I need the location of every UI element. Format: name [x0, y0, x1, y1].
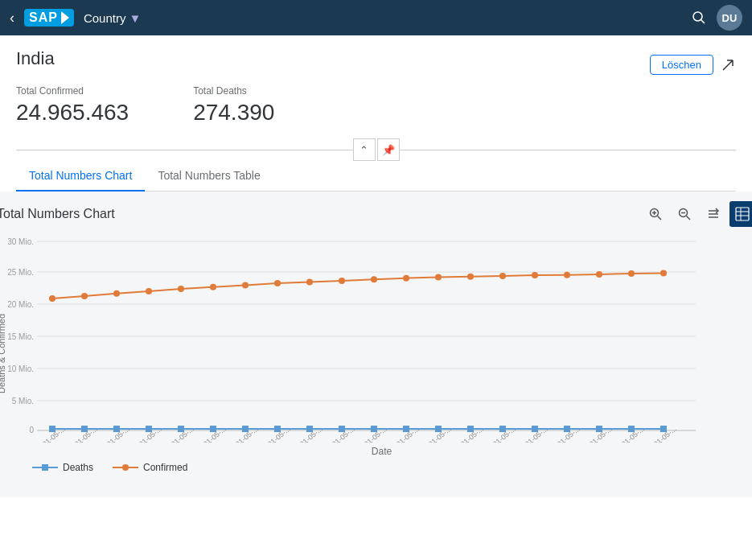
svg-point-34 — [178, 286, 184, 292]
back-button[interactable]: ‹ — [10, 10, 14, 27]
sap-logo: SAP — [24, 9, 74, 27]
svg-text:30 Mio.: 30 Mio. — [8, 237, 34, 246]
stats-section: Total Confirmed 24.965.463 Total Deaths … — [16, 85, 736, 126]
confirmed-label: Total Confirmed — [16, 85, 129, 97]
main-content: India Löschen Total Confirmed 24.965.463… — [0, 35, 752, 191]
export-button[interactable] — [720, 55, 736, 75]
svg-point-35 — [210, 284, 216, 290]
svg-point-38 — [306, 279, 313, 286]
confirmed-stat: Total Confirmed 24.965.463 — [16, 85, 129, 126]
svg-line-7 — [687, 216, 691, 220]
svg-point-49 — [660, 270, 667, 276]
sap-logo-triangle-icon — [61, 11, 69, 24]
legend-confirmed-label: Confirmed — [143, 462, 187, 473]
chart-section: Total Numbers Chart — [0, 191, 752, 497]
legend-deaths: Deaths — [32, 462, 93, 473]
svg-point-39 — [339, 278, 345, 284]
svg-point-32 — [113, 290, 120, 297]
svg-point-0 — [693, 12, 702, 21]
header-title-text: Country — [84, 11, 126, 25]
svg-text:0: 0 — [29, 426, 34, 434]
zoom-in-button[interactable] — [643, 201, 668, 227]
divider-section: ⌃ 📌 — [16, 138, 736, 161]
sap-logo-text: SAP — [29, 10, 58, 25]
svg-rect-91 — [42, 464, 48, 471]
svg-text:15 Mio.: 15 Mio. — [8, 332, 34, 341]
search-button[interactable] — [691, 10, 707, 26]
y-axis-label: Deaths & Confirmed — [0, 265, 6, 442]
svg-point-37 — [274, 280, 281, 286]
svg-point-48 — [628, 270, 635, 277]
svg-text:10 Mio.: 10 Mio. — [8, 364, 34, 373]
svg-line-1 — [701, 20, 705, 24]
chart-title: Total Numbers Chart — [0, 207, 643, 221]
deaths-label: Total Deaths — [193, 85, 274, 97]
svg-point-43 — [467, 274, 474, 280]
more-options-button[interactable] — [701, 201, 726, 227]
svg-point-46 — [564, 272, 570, 278]
zoom-out-button[interactable] — [672, 201, 697, 227]
svg-point-45 — [532, 272, 538, 278]
avatar-initials: DU — [717, 5, 742, 31]
confirmed-value: 24.965.463 — [16, 100, 129, 126]
chart-header: Total Numbers Chart — [0, 201, 752, 227]
svg-point-42 — [435, 274, 442, 281]
svg-line-3 — [658, 216, 662, 220]
svg-text:25 Mio.: 25 Mio. — [8, 268, 34, 277]
legend-deaths-label: Deaths — [63, 462, 93, 473]
loschen-button[interactable]: Löschen — [650, 55, 713, 75]
chart-legend: Deaths Confirmed — [8, 462, 752, 473]
collapse-button[interactable]: ⌃ — [353, 138, 376, 161]
header-title: Country ▼ — [84, 11, 141, 25]
svg-point-93 — [122, 464, 129, 471]
svg-point-47 — [596, 271, 602, 278]
app-header: ‹ SAP Country ▼ DU — [0, 0, 752, 35]
divider-left — [16, 150, 353, 150]
legend-confirmed: Confirmed — [113, 462, 187, 473]
divider-right — [400, 150, 737, 150]
table-view-button[interactable] — [729, 201, 752, 227]
pin-button[interactable]: 📌 — [377, 138, 400, 161]
x-axis-label: Date — [8, 446, 752, 457]
chart-actions — [643, 201, 752, 227]
deaths-stat: Total Deaths 274.390 — [193, 85, 274, 126]
user-avatar[interactable]: DU — [717, 5, 742, 31]
svg-point-30 — [49, 295, 55, 302]
deaths-value: 274.390 — [193, 100, 274, 126]
tab-total-numbers-chart[interactable]: Total Numbers Chart — [16, 161, 145, 191]
svg-text:5 Mio.: 5 Mio. — [12, 397, 34, 406]
svg-point-33 — [146, 288, 152, 294]
svg-text:20 Mio.: 20 Mio. — [8, 300, 34, 309]
svg-point-31 — [81, 293, 88, 299]
svg-point-44 — [499, 273, 506, 279]
header-dropdown-icon[interactable]: ▼ — [129, 11, 141, 25]
svg-point-41 — [403, 275, 409, 282]
tab-total-numbers-table[interactable]: Total Numbers Table — [145, 161, 273, 191]
svg-point-40 — [371, 276, 377, 282]
page-title: India — [16, 48, 55, 69]
svg-point-36 — [242, 282, 249, 288]
chart-svg: 30 Mio. 25 Mio. 20 Mio. 15 Mio. 10 Mio. … — [8, 233, 700, 443]
svg-rect-12 — [736, 208, 749, 220]
tabs-bar: Total Numbers Chart Total Numbers Table — [16, 161, 736, 191]
